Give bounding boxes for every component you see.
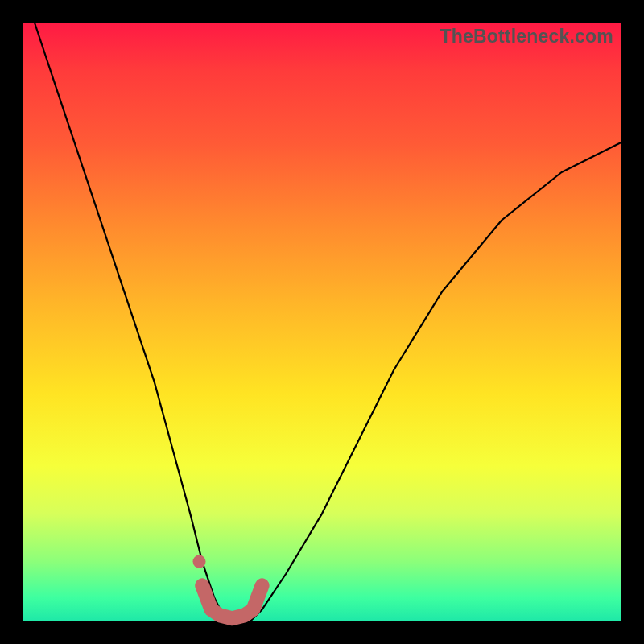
bottom-u-marker [202,585,262,618]
marker-dot [193,555,206,568]
chart-svg [23,23,621,621]
plot-area: TheBottleneck.com [23,23,621,621]
bottleneck-curve [35,23,621,621]
chart-frame: TheBottleneck.com [0,0,644,644]
